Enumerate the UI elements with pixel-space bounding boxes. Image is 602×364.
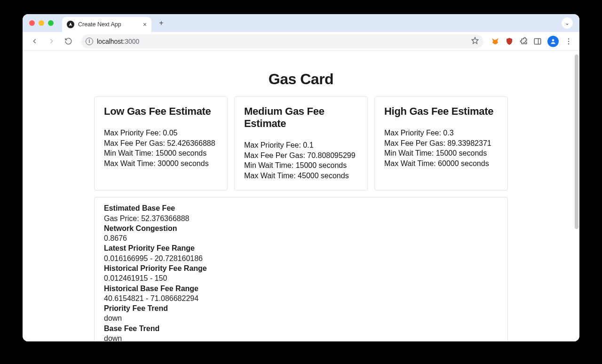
bookmark-star-icon[interactable] [471, 37, 479, 46]
url-text: localhost:3000 [97, 38, 139, 45]
network-congestion-label: Network Congestion [104, 223, 498, 233]
tab-strip: Create Next App × + ⌄ [23, 14, 579, 32]
page-title: Gas Card [94, 71, 508, 88]
gas-price: Gas Price: 52.376366888 [104, 214, 498, 223]
historical-priority-fee-range-label: Historical Priority Fee Range [104, 263, 498, 273]
vertical-scrollbar[interactable] [575, 55, 578, 229]
min-wait-time: Min Wait Time: 15000 seconds [244, 160, 358, 171]
svg-marker-0 [472, 37, 478, 43]
max-priority-fee: Max Priority Fee: 0.3 [384, 128, 498, 138]
toolbar: i localhost:3000 [23, 32, 579, 51]
max-fee-per-gas: Max Fee Per Gas: 70.808095299 [244, 150, 358, 161]
profile-avatar-icon[interactable] [547, 36, 559, 47]
back-button[interactable] [27, 34, 41, 48]
browser-window: Create Next App × + ⌄ i localhost:3000 [23, 14, 579, 341]
network-congestion-value: 0.8676 [104, 233, 498, 243]
viewport: Gas Card Low Gas Fee Estimate Max Priori… [23, 51, 579, 341]
medium-gas-card: Medium Gas Fee Estimate Max Priority Fee… [234, 96, 368, 190]
high-gas-card: High Gas Fee Estimate Max Priority Fee: … [374, 96, 508, 190]
menu-button-icon[interactable] [564, 37, 573, 46]
svg-point-6 [568, 43, 569, 44]
browser-tab[interactable]: Create Next App × [62, 17, 151, 32]
reload-button[interactable] [61, 34, 75, 48]
min-wait-time: Min Wait Time: 15000 seconds [384, 148, 498, 158]
close-tab-icon[interactable]: × [143, 21, 147, 28]
url-host: localhost: [97, 38, 125, 45]
card-title: High Gas Fee Estimate [384, 105, 498, 118]
max-wait-time: Max Wait Time: 30000 seconds [104, 158, 218, 169]
svg-rect-1 [534, 39, 541, 44]
gas-details-card: Estimated Base Fee Gas Price: 52.3763668… [94, 197, 508, 341]
priority-fee-trend-label: Priority Fee Trend [104, 303, 498, 313]
card-title: Low Gas Fee Estimate [104, 105, 218, 118]
latest-priority-fee-range-value: 0.016166995 - 20.728160186 [104, 253, 498, 263]
url-path: 3000 [125, 38, 139, 45]
priority-fee-trend-value: down [104, 313, 498, 323]
gas-fee-cards: Low Gas Fee Estimate Max Priority Fee: 0… [94, 96, 508, 190]
window-controls [29, 20, 54, 26]
address-bar[interactable]: i localhost:3000 [81, 34, 483, 48]
page-content: Gas Card Low Gas Fee Estimate Max Priori… [89, 51, 513, 341]
max-wait-time: Max Wait Time: 45000 seconds [244, 171, 358, 181]
extensions-button-icon[interactable] [519, 37, 528, 46]
maximize-window-button[interactable] [48, 20, 54, 26]
tab-favicon-icon [67, 21, 74, 28]
historical-priority-fee-range-value: 0.012461915 - 150 [104, 273, 498, 283]
tabs-dropdown-button[interactable]: ⌄ [562, 17, 573, 29]
low-gas-card: Low Gas Fee Estimate Max Priority Fee: 0… [94, 96, 228, 190]
side-panel-icon[interactable] [533, 37, 542, 46]
forward-button[interactable] [44, 34, 58, 48]
min-wait-time: Min Wait Time: 15000 seconds [104, 148, 218, 158]
tab-title: Create Next App [78, 21, 121, 28]
historical-base-fee-range-value: 40.6154821 - 71.086682294 [104, 293, 498, 303]
max-priority-fee: Max Priority Fee: 0.1 [244, 140, 358, 150]
max-fee-per-gas: Max Fee Per Gas: 89.33982371 [384, 138, 498, 149]
max-wait-time: Max Wait Time: 60000 seconds [384, 158, 498, 169]
base-fee-trend-value: down [104, 333, 498, 341]
max-priority-fee: Max Priority Fee: 0.05 [104, 128, 218, 138]
metamask-extension-icon[interactable] [491, 37, 499, 46]
svg-point-3 [552, 39, 554, 41]
card-title: Medium Gas Fee Estimate [244, 105, 358, 130]
latest-priority-fee-range-label: Latest Priority Fee Range [104, 243, 498, 253]
minimize-window-button[interactable] [39, 20, 44, 26]
adblock-extension-icon[interactable] [505, 37, 514, 46]
close-window-button[interactable] [29, 20, 35, 26]
base-fee-trend-label: Base Fee Trend [104, 324, 498, 333]
svg-point-5 [568, 40, 569, 41]
extension-icons [491, 36, 573, 47]
new-tab-button[interactable]: + [155, 17, 167, 29]
svg-point-4 [568, 38, 569, 39]
historical-base-fee-range-label: Historical Base Fee Range [104, 284, 498, 293]
max-fee-per-gas: Max Fee Per Gas: 52.426366888 [104, 138, 218, 149]
site-info-icon[interactable]: i [86, 38, 93, 45]
estimated-base-fee-label: Estimated Base Fee [104, 203, 498, 213]
